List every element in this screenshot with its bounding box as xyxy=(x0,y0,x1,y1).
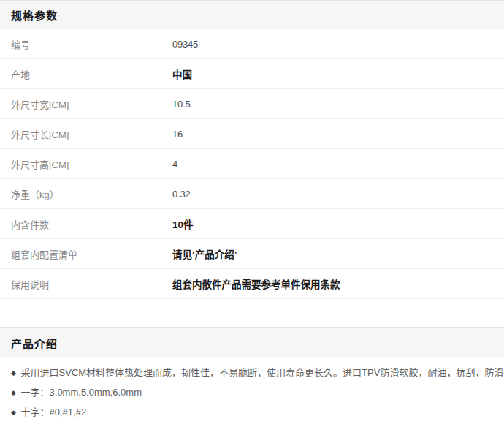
spec-row-length: 外尺寸长[CM] 16 xyxy=(0,119,504,149)
spec-value: 中国 xyxy=(172,67,192,81)
spec-label: 内含件数 xyxy=(11,217,172,231)
spec-row-height: 外尺寸高[CM] 4 xyxy=(0,149,504,179)
spec-value: 4 xyxy=(172,159,177,170)
intro-bullet: ◆ 一字：3.0mm,5.0mm,6.0mm xyxy=(11,386,493,399)
spec-value: 10.5 xyxy=(172,99,191,110)
spec-label: 产地 xyxy=(11,67,172,81)
spec-section: 规格参数 编号 09345 产地 中国 外尺寸宽[CM] 10.5 外尺寸长[C… xyxy=(0,0,504,299)
intro-bullet-text: 十字：#0,#1,#2 xyxy=(21,407,87,417)
spec-section-title: 规格参数 xyxy=(11,7,58,23)
spec-label: 外尺寸宽[CM] xyxy=(11,97,172,111)
spec-value: 0.32 xyxy=(172,189,191,200)
section-gap xyxy=(0,299,504,327)
spec-label: 外尺寸长[CM] xyxy=(11,127,172,141)
spec-row-warranty: 保用说明 组套内散件产品需要参考单件保用条款 xyxy=(0,269,504,299)
spec-value: 请见‘产品介绍’ xyxy=(172,246,237,261)
spec-row-code: 编号 09345 xyxy=(0,29,504,59)
product-detail-page: 规格参数 编号 09345 产地 中国 外尺寸宽[CM] 10.5 外尺寸长[C… xyxy=(0,0,504,419)
intro-bullet-text: 采用进口SVCM材料整体热处理而成，韧性佳，不易脆断，使用寿命更长久。进口TPV… xyxy=(21,367,504,378)
intro-section-title: 产品介绍 xyxy=(11,336,58,351)
spec-value: 组套内散件产品需要参考单件保用条款 xyxy=(172,276,340,291)
diamond-bullet-icon: ◆ xyxy=(11,407,16,419)
spec-row-weight: 净重（kg） 0.32 xyxy=(0,179,504,209)
spec-label: 编号 xyxy=(11,37,172,51)
intro-bullet: ◆ 十字：#0,#1,#2 xyxy=(11,406,493,419)
spec-label: 净重（kg） xyxy=(11,187,172,201)
intro-bullet: ◆ 采用进口SVCM材料整体热处理而成，韧性佳，不易脆断，使用寿命更长久。进口T… xyxy=(11,366,493,379)
spec-label: 外尺寸高[CM] xyxy=(11,157,172,171)
diamond-bullet-icon: ◆ xyxy=(11,367,16,379)
spec-value: 16 xyxy=(172,129,183,140)
spec-value: 10件 xyxy=(172,216,194,231)
spec-table: 编号 09345 产地 中国 外尺寸宽[CM] 10.5 外尺寸长[CM] 16… xyxy=(0,29,504,299)
spec-row-piece-count: 内含件数 10件 xyxy=(0,209,504,239)
diamond-bullet-icon: ◆ xyxy=(11,387,16,399)
intro-bullet-text: 一字：3.0mm,5.0mm,6.0mm xyxy=(21,387,142,398)
spec-section-header: 规格参数 xyxy=(0,0,504,29)
spec-row-origin: 产地 中国 xyxy=(0,59,504,89)
spec-value: 09345 xyxy=(172,39,198,50)
spec-row-width: 外尺寸宽[CM] 10.5 xyxy=(0,89,504,119)
intro-section-header: 产品介绍 xyxy=(0,327,504,358)
intro-section: 产品介绍 ◆ 采用进口SVCM材料整体热处理而成，韧性佳，不易脆断，使用寿命更长… xyxy=(0,327,504,419)
spec-row-set-list: 组套内配置清单 请见‘产品介绍’ xyxy=(0,239,504,269)
intro-body: ◆ 采用进口SVCM材料整体热处理而成，韧性佳，不易脆断，使用寿命更长久。进口T… xyxy=(0,358,504,419)
spec-label: 保用说明 xyxy=(11,277,172,291)
spec-label: 组套内配置清单 xyxy=(11,247,172,261)
